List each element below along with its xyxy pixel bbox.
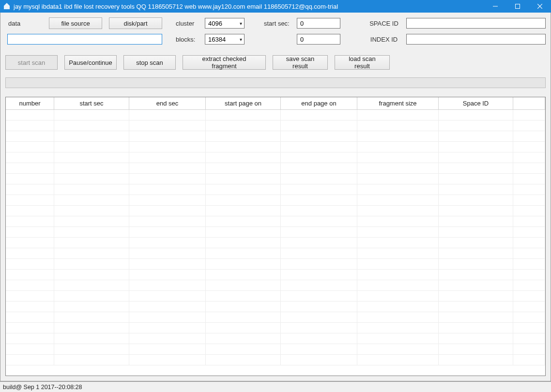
data-label: data <box>5 20 49 27</box>
table-row[interactable] <box>6 131 545 142</box>
col-fragment-size[interactable]: fragment size <box>357 97 439 109</box>
index-id-input[interactable] <box>406 34 546 45</box>
table-row[interactable] <box>6 216 545 227</box>
start-sec-input[interactable] <box>297 18 340 29</box>
table-cell <box>357 110 439 121</box>
table-cell <box>6 259 54 270</box>
table-row[interactable] <box>6 121 545 131</box>
start-sec-input-2[interactable] <box>297 34 340 45</box>
table-row[interactable] <box>6 344 545 355</box>
table-row[interactable] <box>6 312 545 323</box>
space-id-input[interactable] <box>406 18 546 29</box>
table-row[interactable] <box>6 163 545 174</box>
table-cell <box>6 333 54 344</box>
table-row[interactable] <box>6 195 545 206</box>
table-cell <box>357 270 439 280</box>
table-row[interactable] <box>6 291 545 302</box>
table-cell <box>281 312 357 323</box>
table-cell <box>206 131 281 142</box>
table-row[interactable] <box>6 355 545 365</box>
table-cell <box>206 323 281 333</box>
table-cell <box>513 302 545 312</box>
table-body <box>6 110 545 376</box>
minimize-button[interactable] <box>484 0 506 13</box>
table-cell <box>513 259 545 270</box>
blocks-select[interactable]: 16384 ▾ <box>205 34 245 45</box>
table-cell <box>513 174 545 184</box>
table-row[interactable] <box>6 302 545 312</box>
table-cell <box>513 248 545 259</box>
table-cell <box>513 312 545 323</box>
space-id-label: SPACE ID <box>365 20 403 27</box>
data-path-input[interactable] <box>7 34 162 45</box>
cluster-select[interactable]: 4096 ▾ <box>205 18 245 29</box>
disk-part-button[interactable]: disk/part <box>109 17 162 29</box>
table-row[interactable] <box>6 259 545 270</box>
table-cell <box>281 323 357 333</box>
table-row[interactable] <box>6 174 545 184</box>
table-cell <box>6 163 54 174</box>
blocks-label: blocks: <box>176 36 205 43</box>
table-cell <box>357 216 439 227</box>
table-cell <box>281 184 357 195</box>
table-row[interactable] <box>6 270 545 280</box>
table-row[interactable] <box>6 184 545 195</box>
table-cell <box>513 270 545 280</box>
table-row[interactable] <box>6 238 545 248</box>
table-cell <box>206 355 281 365</box>
table-cell <box>513 195 545 206</box>
chevron-down-icon: ▾ <box>240 37 242 42</box>
table-row[interactable] <box>6 333 545 344</box>
table-cell <box>281 195 357 206</box>
col-start-sec[interactable]: start sec <box>54 97 129 109</box>
table-cell <box>513 206 545 216</box>
table-cell <box>6 184 54 195</box>
table-cell <box>54 163 129 174</box>
table-row[interactable] <box>6 142 545 152</box>
file-source-button[interactable]: file source <box>49 17 102 29</box>
table-cell <box>206 259 281 270</box>
table-cell <box>54 291 129 302</box>
table-cell <box>206 291 281 302</box>
col-spacer <box>513 97 545 109</box>
pause-continue-button[interactable]: Pause/continue <box>64 55 117 70</box>
table-cell <box>439 163 513 174</box>
close-button[interactable] <box>529 0 551 13</box>
table-cell <box>357 163 439 174</box>
table-cell <box>54 259 129 270</box>
col-end-page-on[interactable]: end page on <box>281 97 357 109</box>
table-row[interactable] <box>6 248 545 259</box>
table-row[interactable] <box>6 227 545 238</box>
col-space-id[interactable]: Space ID <box>439 97 513 109</box>
table-cell <box>439 227 513 238</box>
stop-scan-button[interactable]: stop scan <box>123 55 176 70</box>
table-cell <box>357 227 439 238</box>
table-cell <box>206 302 281 312</box>
table-cell <box>357 238 439 248</box>
table-cell <box>513 184 545 195</box>
table-row[interactable] <box>6 280 545 291</box>
start-scan-button[interactable]: start scan <box>5 55 58 70</box>
col-end-sec[interactable]: end sec <box>129 97 206 109</box>
load-scan-result-button[interactable]: load scan result <box>335 55 390 70</box>
table-cell <box>54 312 129 323</box>
table-cell <box>54 280 129 291</box>
extract-checked-button[interactable]: extract checked fragment <box>183 55 266 70</box>
table-row[interactable] <box>6 206 545 216</box>
table-cell <box>54 238 129 248</box>
table-row[interactable] <box>6 110 545 121</box>
cluster-value: 4096 <box>208 20 222 27</box>
table-cell <box>54 302 129 312</box>
table-cell <box>357 344 439 355</box>
table-cell <box>129 195 206 206</box>
statusbar: build@ Sep 1 2017--20:08:28 <box>0 381 551 392</box>
table-cell <box>439 270 513 280</box>
table-row[interactable] <box>6 152 545 163</box>
col-start-page-on[interactable]: start page on <box>206 97 281 109</box>
col-number[interactable]: number <box>6 97 54 109</box>
table-cell <box>281 344 357 355</box>
table-row[interactable] <box>6 323 545 333</box>
table-cell <box>281 355 357 365</box>
maximize-button[interactable] <box>506 0 529 13</box>
save-scan-result-button[interactable]: save scan result <box>273 55 328 70</box>
